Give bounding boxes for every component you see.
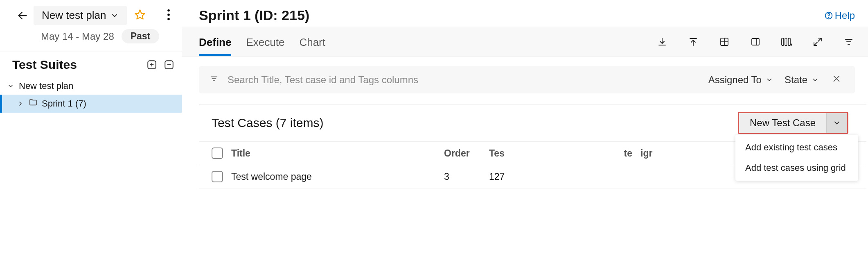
expand-icon bbox=[813, 37, 823, 47]
cell-order: 3 bbox=[444, 171, 481, 182]
arrow-left-icon bbox=[17, 10, 28, 21]
chevron-down-icon bbox=[766, 76, 773, 84]
tab-define-label: Define bbox=[199, 36, 231, 48]
cell-test: 127 bbox=[489, 171, 514, 182]
cell-title: Test welcome page bbox=[231, 171, 436, 182]
filter-assigned-label: Assigned To bbox=[708, 74, 762, 86]
filter-button[interactable] bbox=[843, 36, 855, 48]
dropdown-item-add-grid[interactable]: Add test cases using grid bbox=[735, 158, 858, 178]
column-header-test[interactable]: Tes bbox=[489, 148, 514, 159]
test-cases-heading: Test Cases (7 items) bbox=[212, 116, 738, 130]
filter-assigned-to[interactable]: Assigned To bbox=[707, 73, 775, 87]
detail-pane-button[interactable] bbox=[749, 36, 762, 48]
export-button[interactable] bbox=[687, 36, 699, 48]
plan-date-range: May 14 - May 28 bbox=[41, 31, 114, 42]
help-icon bbox=[824, 11, 833, 20]
upload-icon bbox=[688, 37, 698, 47]
tree-root-label: New test plan bbox=[19, 81, 73, 91]
download-icon bbox=[657, 37, 667, 47]
dropdown-item-add-existing[interactable]: Add existing test cases bbox=[735, 137, 858, 158]
new-test-case-split-button[interactable] bbox=[827, 113, 847, 133]
add-suite-button[interactable] bbox=[143, 56, 160, 73]
new-test-case-label: New Test Case bbox=[750, 117, 816, 128]
filter-icon bbox=[844, 37, 854, 47]
tab-execute-label: Execute bbox=[246, 36, 284, 48]
search-input[interactable] bbox=[227, 74, 699, 86]
help-label: Help bbox=[835, 10, 855, 21]
svg-point-3 bbox=[167, 14, 170, 16]
page-title: Sprint 1 (ID: 215) bbox=[199, 7, 824, 23]
svg-line-25 bbox=[814, 42, 817, 45]
svg-rect-23 bbox=[788, 38, 790, 45]
main-panel: Sprint 1 (ID: 215) Help Define Execute C… bbox=[182, 0, 868, 270]
plus-square-icon bbox=[147, 59, 157, 70]
tree-item-label: Sprint 1 (7) bbox=[42, 98, 86, 109]
more-menu-button[interactable] bbox=[165, 7, 173, 25]
grid-icon bbox=[719, 37, 729, 47]
svg-point-4 bbox=[167, 18, 170, 20]
chevron-down-icon bbox=[7, 83, 15, 89]
column-header-order[interactable]: Order bbox=[444, 148, 481, 159]
svg-rect-21 bbox=[782, 38, 784, 45]
new-test-case-dropdown: Add existing test cases Add test cases u… bbox=[735, 135, 858, 181]
help-link[interactable]: Help bbox=[824, 10, 855, 21]
select-all-checkbox[interactable] bbox=[212, 147, 223, 159]
column-header-partial-2[interactable]: igr bbox=[640, 148, 653, 159]
import-button[interactable] bbox=[656, 36, 668, 48]
filter-list-icon bbox=[210, 74, 219, 86]
chevron-down-icon bbox=[812, 76, 819, 84]
fullscreen-button[interactable] bbox=[812, 36, 824, 48]
sidebar: New test plan May 14 - May 28 Past Test … bbox=[0, 0, 182, 270]
svg-marker-1 bbox=[135, 10, 144, 19]
row-checkbox[interactable] bbox=[212, 171, 223, 182]
dropdown-add-grid-label: Add test cases using grid bbox=[745, 163, 846, 173]
tree-item-sprint-1[interactable]: Sprint 1 (7) bbox=[0, 95, 182, 113]
svg-point-11 bbox=[828, 17, 829, 17]
folder-icon bbox=[29, 98, 38, 109]
filter-state[interactable]: State bbox=[783, 73, 821, 87]
new-test-case-button[interactable]: New Test Case bbox=[739, 113, 827, 133]
side-panel-icon bbox=[751, 37, 760, 47]
favorite-button[interactable] bbox=[134, 9, 146, 22]
dropdown-add-existing-label: Add existing test cases bbox=[745, 142, 837, 152]
search-bar: Assigned To State bbox=[199, 66, 855, 93]
svg-rect-22 bbox=[785, 38, 787, 45]
tab-define[interactable]: Define bbox=[199, 29, 231, 55]
back-button[interactable] bbox=[16, 9, 29, 23]
tab-chart-label: Chart bbox=[299, 36, 325, 48]
column-header-title[interactable]: Title bbox=[231, 148, 436, 159]
test-plan-name: New test plan bbox=[42, 9, 106, 22]
svg-point-2 bbox=[167, 9, 170, 11]
columns-icon bbox=[781, 37, 792, 47]
clear-filter-button[interactable] bbox=[829, 72, 844, 88]
svg-line-24 bbox=[818, 38, 821, 41]
star-icon bbox=[134, 9, 146, 20]
tab-execute[interactable]: Execute bbox=[246, 29, 284, 55]
grid-view-button[interactable] bbox=[718, 36, 730, 48]
chevron-down-icon bbox=[833, 119, 841, 127]
svg-rect-19 bbox=[752, 39, 759, 45]
tab-chart[interactable]: Chart bbox=[299, 29, 325, 55]
past-badge: Past bbox=[122, 29, 160, 43]
filter-state-label: State bbox=[785, 74, 807, 86]
minus-square-icon bbox=[164, 59, 174, 70]
kebab-icon bbox=[167, 9, 170, 20]
chevron-down-icon bbox=[110, 11, 119, 20]
test-suites-heading: Test Suites bbox=[12, 58, 143, 72]
new-test-case-group: New Test Case bbox=[738, 112, 848, 134]
tree-root[interactable]: New test plan bbox=[0, 77, 182, 95]
test-plan-selector[interactable]: New test plan bbox=[34, 6, 127, 25]
chevron-right-icon bbox=[16, 100, 25, 107]
close-icon bbox=[832, 74, 841, 83]
column-options-button[interactable] bbox=[780, 36, 793, 48]
collapse-all-button[interactable] bbox=[160, 56, 178, 73]
column-header-partial-1[interactable]: te bbox=[522, 148, 632, 159]
